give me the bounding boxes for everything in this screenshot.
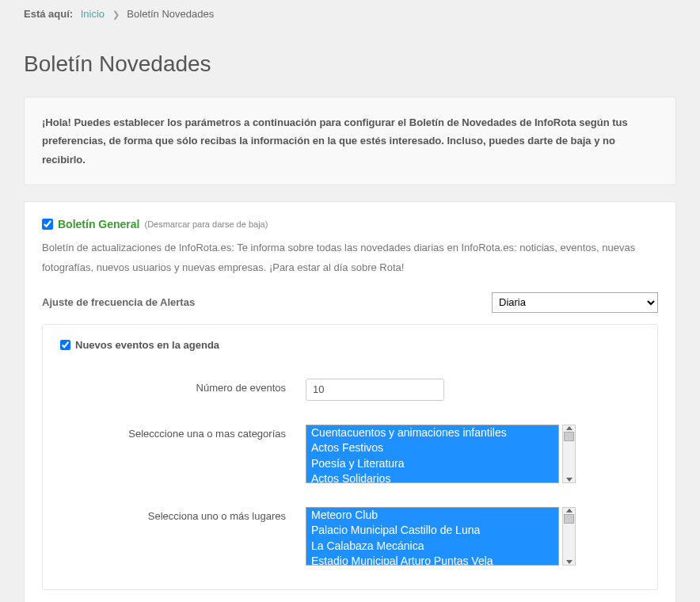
eventos-checkbox[interactable]: [60, 340, 70, 350]
num-eventos-label: Número de eventos: [60, 379, 306, 394]
categories-multiselect[interactable]: Cuentacuentos y animaciones infantiles A…: [306, 425, 559, 483]
list-item[interactable]: La Calabaza Mecánica: [306, 539, 558, 554]
form-panel: Boletín General (Desmarcar para darse de…: [24, 201, 676, 602]
boletin-general-checkbox[interactable]: [42, 219, 53, 230]
frequency-label: Ajuste de frecuencia de Alertas: [42, 296, 195, 308]
places-label: Selecciona uno o más lugares: [60, 507, 306, 522]
intro-box: ¡Hola! Puedes establecer los parámetros …: [24, 97, 676, 185]
categories-scrollbar[interactable]: [562, 425, 576, 483]
page-title: Boletín Novedades: [24, 51, 676, 77]
breadcrumb-home-link[interactable]: Inicio: [81, 8, 105, 20]
list-item[interactable]: Estadio Municipal Arturo Puntas Vela: [306, 554, 558, 566]
boletin-description: Boletín de actualizaciones de InfoRota.e…: [42, 238, 658, 277]
list-item[interactable]: Actos Solidarios: [306, 471, 558, 483]
categories-label: Selecccione una o mas categorías: [60, 425, 306, 440]
boletin-general-hint: (Desmarcar para darse de baja): [144, 219, 268, 229]
chevron-right-icon: ❯: [112, 10, 120, 19]
scroll-thumb[interactable]: [564, 514, 574, 524]
frequency-select[interactable]: Diaria: [492, 292, 658, 313]
scroll-down-icon[interactable]: [566, 478, 573, 482]
list-item[interactable]: Poesía y Literatura: [306, 456, 558, 472]
num-eventos-input[interactable]: [306, 379, 444, 401]
places-multiselect[interactable]: Meteoro Club Palacio Municipal Castillo …: [306, 507, 559, 566]
places-scrollbar[interactable]: [562, 507, 576, 566]
breadcrumb: Está aquí: Inicio ❯ Boletín Novedades: [24, 0, 676, 28]
eventos-title: Nuevos eventos en la agenda: [75, 339, 219, 351]
list-item[interactable]: Meteoro Club: [306, 508, 558, 524]
scroll-down-icon[interactable]: [566, 560, 573, 564]
list-item[interactable]: Actos Festivos: [306, 440, 558, 456]
breadcrumb-current: Boletín Novedades: [127, 8, 214, 20]
list-item[interactable]: Cuentacuentos y animaciones infantiles: [306, 425, 558, 441]
breadcrumb-label: Está aquí:: [24, 8, 73, 20]
eventos-panel: Nuevos eventos en la agenda Número de ev…: [42, 324, 658, 590]
scroll-thumb[interactable]: [564, 432, 574, 441]
list-item[interactable]: Palacio Municipal Castillo de Luna: [306, 523, 558, 539]
boletin-general-title: Boletín General: [58, 218, 139, 231]
